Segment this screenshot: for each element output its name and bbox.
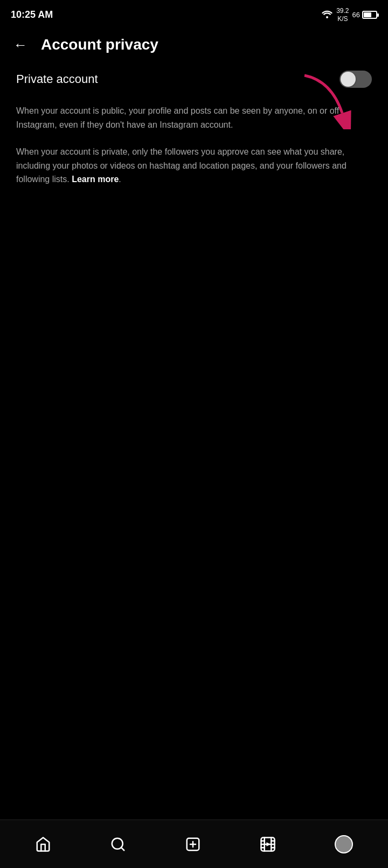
profile-avatar xyxy=(335,835,353,853)
status-time: 10:25 AM xyxy=(11,9,53,20)
svg-marker-8 xyxy=(267,842,271,846)
reels-icon xyxy=(260,836,276,852)
private-description: When your account is private, only the f… xyxy=(16,145,372,186)
svg-line-3 xyxy=(121,847,124,850)
private-account-row: Private account xyxy=(16,71,372,88)
toggle-track[interactable] xyxy=(340,71,372,88)
page-title: Account privacy xyxy=(41,36,158,53)
private-account-label: Private account xyxy=(16,72,98,86)
nav-home[interactable] xyxy=(24,831,62,858)
status-icons: 39.2K/S 66 xyxy=(321,7,377,23)
wifi-icon xyxy=(321,10,333,20)
battery-fill xyxy=(364,12,371,17)
create-icon xyxy=(185,836,201,852)
search-icon xyxy=(110,836,126,852)
status-bar: 10:25 AM 39.2K/S 66 xyxy=(0,0,388,30)
content-area: Private account When your account is pub… xyxy=(0,65,388,203)
signal-speed: 39.2K/S xyxy=(336,7,349,23)
bottom-navigation xyxy=(0,820,388,868)
home-icon xyxy=(35,836,51,852)
nav-search[interactable] xyxy=(99,831,137,858)
nav-create[interactable] xyxy=(174,831,212,858)
toggle-knob xyxy=(341,72,356,87)
nav-reels[interactable] xyxy=(249,831,287,858)
battery-indicator: 66 xyxy=(352,11,377,19)
private-account-toggle[interactable] xyxy=(340,71,372,88)
learn-more-link[interactable]: Learn more xyxy=(72,175,119,184)
header: ← Account privacy xyxy=(0,30,388,65)
back-arrow-icon: ← xyxy=(13,38,27,52)
battery-box xyxy=(362,11,377,19)
svg-point-0 xyxy=(326,16,328,18)
nav-profile[interactable] xyxy=(324,830,364,859)
public-description: When your account is public, your profil… xyxy=(16,104,372,131)
battery-percent: 66 xyxy=(352,11,360,19)
back-button[interactable]: ← xyxy=(11,35,30,54)
